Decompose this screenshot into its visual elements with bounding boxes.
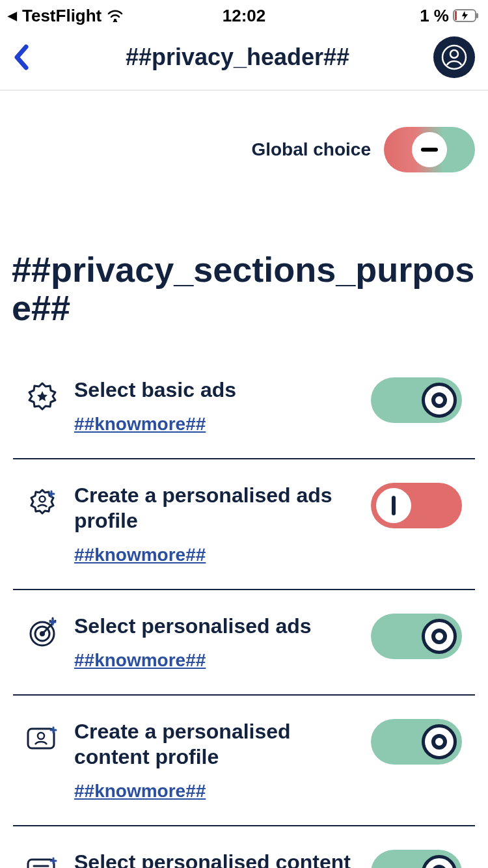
status-right: 1 %	[420, 6, 480, 26]
status-bar: ◀ TestFlight 12:02 1 %	[0, 0, 488, 29]
section-heading: ##privacy_sections_purpose##	[0, 185, 488, 354]
purpose-row-content-profile: Create a personalised content profile ##…	[13, 696, 475, 826]
purpose-text: Create a personalised content profile ##…	[74, 719, 355, 802]
purpose-title: Create a personalised content profile	[74, 719, 355, 769]
know-more-link[interactable]: ##knowmore##	[74, 650, 355, 671]
purpose-row-basic-ads: Select basic ads ##knowmore##	[13, 354, 475, 459]
target-icon	[26, 616, 59, 649]
purpose-row-personalised-ads: Select personalised ads ##knowmore##	[13, 590, 475, 696]
status-battery-text: 1 %	[420, 6, 449, 26]
battery-icon	[453, 8, 480, 23]
purpose-title: Select personalised content	[74, 850, 355, 868]
wifi-icon	[107, 9, 124, 22]
toggle-knob	[422, 724, 457, 759]
purpose-toggle-personalised-content[interactable]	[371, 850, 462, 868]
card-person-plus-icon	[26, 722, 59, 754]
know-more-link[interactable]: ##knowmore##	[74, 414, 355, 435]
status-left: ◀ TestFlight	[8, 6, 124, 26]
purpose-row-personalised-content: Select personalised content ##knowmore##	[13, 826, 475, 868]
svg-point-0	[114, 19, 116, 21]
svg-point-5	[450, 50, 458, 58]
purpose-title: Select basic ads	[74, 377, 355, 402]
global-choice-label: Global choice	[251, 139, 371, 160]
svg-rect-2	[476, 13, 478, 18]
status-time: 12:02	[223, 6, 266, 26]
star-badge-icon	[26, 380, 59, 413]
toggle-knob	[422, 619, 457, 654]
purpose-toggle-basic-ads[interactable]	[371, 377, 462, 423]
card-check-icon	[26, 852, 59, 868]
purpose-toggle-content-profile[interactable]	[371, 719, 462, 765]
know-more-link[interactable]: ##knowmore##	[74, 545, 355, 565]
back-triangle-icon[interactable]: ◀	[8, 8, 17, 23]
purpose-text: Select personalised ads ##knowmore##	[74, 614, 355, 671]
global-choice-toggle[interactable]	[384, 127, 475, 172]
svg-rect-3	[455, 11, 457, 20]
svg-point-6	[40, 496, 46, 502]
toggle-knob	[376, 488, 411, 523]
gear-person-plus-icon	[26, 485, 59, 518]
status-back-app[interactable]: TestFlight	[22, 6, 102, 26]
page-title: ##privacy_header##	[42, 44, 433, 71]
know-more-link[interactable]: ##knowmore##	[74, 781, 355, 802]
purpose-title: Select personalised ads	[74, 614, 355, 638]
purpose-title: Create a personalised ads profile	[74, 483, 355, 533]
purpose-text: Create a personalised ads profile ##know…	[74, 483, 355, 565]
toggle-knob	[422, 383, 457, 418]
purpose-text: Select personalised content ##knowmore##	[74, 850, 355, 868]
back-button[interactable]	[13, 43, 42, 72]
nav-header: ##privacy_header##	[0, 29, 488, 90]
purpose-toggle-ads-profile[interactable]	[371, 483, 462, 528]
toggle-knob	[422, 855, 457, 868]
global-choice-row: Global choice	[0, 90, 488, 185]
toggle-knob	[412, 132, 447, 167]
purpose-toggle-personalised-ads[interactable]	[371, 614, 462, 659]
purpose-row-ads-profile: Create a personalised ads profile ##know…	[13, 459, 475, 590]
profile-button[interactable]	[433, 36, 475, 78]
purpose-text: Select basic ads ##knowmore##	[74, 377, 355, 435]
svg-point-11	[38, 733, 44, 739]
